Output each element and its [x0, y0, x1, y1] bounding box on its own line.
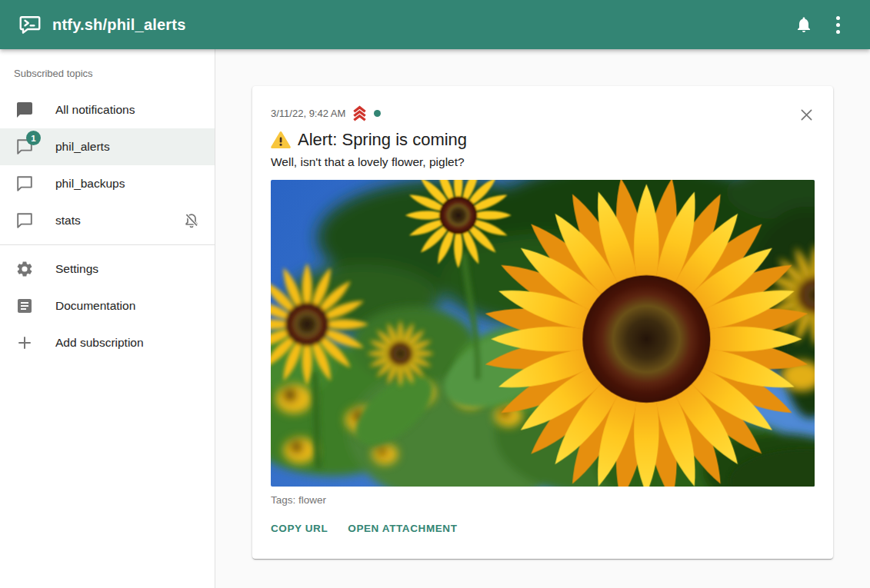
- sidebar-item-label: phil_alerts: [55, 140, 110, 154]
- notification-title: Alert: Spring is coming: [298, 130, 467, 150]
- sidebar-item-documentation[interactable]: Documentation: [0, 287, 215, 324]
- open-attachment-button[interactable]: OPEN ATTACHMENT: [348, 518, 457, 539]
- main-content: 3/11/22, 9:42 AM: [215, 49, 870, 588]
- app-bar: ntfy.sh/phil_alerts: [0, 0, 870, 49]
- chat-bubble-outline-icon: 1: [15, 138, 34, 156]
- chat-bubble-filled-icon: [15, 101, 34, 119]
- sidebar-item-phil-alerts[interactable]: 1 phil_alerts: [0, 128, 215, 165]
- sidebar-item-phil-backups[interactable]: phil_backups: [0, 165, 215, 202]
- sidebar-item-stats[interactable]: stats: [0, 202, 215, 239]
- sidebar-item-label: All notifications: [55, 103, 135, 117]
- notifications-bell-button[interactable]: [787, 8, 821, 42]
- notification-actions: COPY URL OPEN ATTACHMENT: [271, 518, 815, 548]
- close-notification-button[interactable]: [791, 99, 822, 130]
- subscribed-topics-label: Subscribed topics: [0, 57, 215, 91]
- notification-card: 3/11/22, 9:42 AM: [252, 86, 833, 559]
- sidebar-item-label: stats: [55, 214, 81, 228]
- unread-count-badge: 1: [26, 131, 41, 145]
- notification-meta-row: 3/11/22, 9:42 AM: [271, 105, 815, 122]
- chat-bubble-outline-icon: [15, 211, 34, 230]
- notification-timestamp: 3/11/22, 9:42 AM: [271, 108, 345, 119]
- notification-title-row: Alert: Spring is coming: [271, 130, 815, 150]
- priority-max-icon: [351, 105, 368, 122]
- gear-icon: [15, 260, 34, 278]
- copy-url-button[interactable]: COPY URL: [271, 518, 328, 539]
- sidebar-item-label: phil_backups: [55, 177, 125, 191]
- sidebar-item-all-notifications[interactable]: All notifications: [0, 91, 215, 128]
- warning-emoji-icon: [271, 131, 291, 149]
- ntfy-logo-icon: [18, 13, 42, 36]
- sidebar-divider: [0, 244, 215, 245]
- bell-icon: [795, 15, 813, 34]
- sidebar-item-settings[interactable]: Settings: [0, 251, 215, 287]
- article-icon: [15, 297, 34, 315]
- sidebar-item-add-subscription[interactable]: Add subscription: [0, 324, 215, 361]
- attachment-image[interactable]: [271, 180, 815, 487]
- sidebar-item-label: Add subscription: [55, 336, 144, 350]
- notifications-muted-icon: [182, 211, 201, 230]
- notification-body: Well, isn't that a lovely flower, piglet…: [271, 155, 815, 169]
- sidebar-item-label: Documentation: [55, 299, 135, 313]
- sidebar: Subscribed topics All notifications 1 ph…: [0, 49, 215, 588]
- close-icon: [798, 107, 815, 123]
- kebab-menu-icon: [836, 16, 840, 34]
- overflow-menu-button[interactable]: [821, 8, 855, 42]
- sidebar-item-label: Settings: [55, 262, 98, 276]
- unread-dot-icon: [374, 110, 381, 117]
- chat-bubble-outline-icon: [15, 174, 34, 193]
- app-title: ntfy.sh/phil_alerts: [52, 16, 185, 34]
- plus-icon: [15, 334, 34, 352]
- notification-tags: Tags: flower: [271, 494, 815, 506]
